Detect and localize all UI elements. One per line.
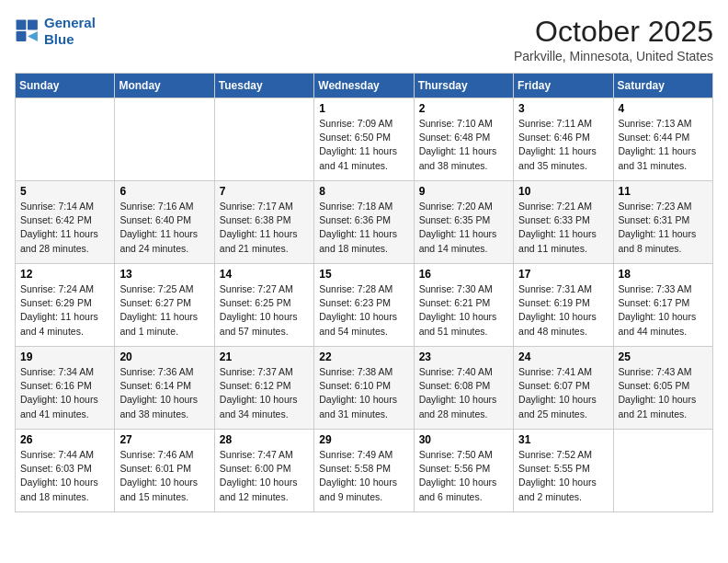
logo-line2: Blue	[44, 31, 74, 47]
calendar-cell: 23Sunrise: 7:40 AM Sunset: 6:08 PM Dayli…	[414, 347, 513, 430]
calendar-cell: 2Sunrise: 7:10 AM Sunset: 6:48 PM Daylig…	[414, 98, 513, 181]
day-info: Sunrise: 7:10 AM Sunset: 6:48 PM Dayligh…	[419, 117, 508, 173]
calendar-cell: 31Sunrise: 7:52 AM Sunset: 5:55 PM Dayli…	[514, 430, 613, 512]
day-info: Sunrise: 7:23 AM Sunset: 6:31 PM Dayligh…	[619, 200, 708, 256]
day-number: 24	[518, 350, 608, 363]
day-number: 16	[419, 268, 508, 281]
day-number: 7	[220, 185, 309, 198]
calendar-cell: 30Sunrise: 7:50 AM Sunset: 5:56 PM Dayli…	[414, 430, 513, 512]
title-area: October 2025 Parkville, Minnesota, Unite…	[514, 15, 713, 63]
logo: General Blue	[15, 15, 96, 48]
day-number: 2	[419, 102, 508, 115]
calendar-table: SundayMondayTuesdayWednesdayThursdayFrid…	[15, 73, 713, 512]
svg-rect-0	[17, 20, 27, 30]
calendar-cell: 17Sunrise: 7:31 AM Sunset: 6:19 PM Dayli…	[514, 264, 613, 347]
day-number: 1	[319, 102, 408, 115]
day-number: 31	[518, 433, 608, 446]
calendar-cell: 13Sunrise: 7:25 AM Sunset: 6:27 PM Dayli…	[115, 264, 214, 347]
day-number: 29	[319, 433, 408, 446]
day-info: Sunrise: 7:47 AM Sunset: 6:00 PM Dayligh…	[220, 448, 309, 504]
calendar-cell: 24Sunrise: 7:41 AM Sunset: 6:07 PM Dayli…	[514, 347, 613, 430]
day-info: Sunrise: 7:37 AM Sunset: 6:12 PM Dayligh…	[220, 365, 309, 421]
day-info: Sunrise: 7:44 AM Sunset: 6:03 PM Dayligh…	[20, 448, 109, 504]
col-header-friday: Friday	[514, 74, 613, 98]
day-info: Sunrise: 7:31 AM Sunset: 6:19 PM Dayligh…	[518, 282, 608, 339]
col-header-monday: Monday	[115, 74, 214, 98]
day-info: Sunrise: 7:30 AM Sunset: 6:21 PM Dayligh…	[419, 282, 508, 339]
calendar-cell: 12Sunrise: 7:24 AM Sunset: 6:29 PM Dayli…	[16, 264, 115, 347]
day-info: Sunrise: 7:27 AM Sunset: 6:25 PM Dayligh…	[220, 282, 309, 339]
day-number: 10	[518, 185, 608, 198]
day-info: Sunrise: 7:40 AM Sunset: 6:08 PM Dayligh…	[419, 365, 508, 421]
calendar-cell: 7Sunrise: 7:17 AM Sunset: 6:38 PM Daylig…	[214, 181, 313, 264]
day-number: 22	[319, 350, 408, 363]
day-info: Sunrise: 7:13 AM Sunset: 6:44 PM Dayligh…	[619, 117, 708, 173]
svg-marker-3	[28, 31, 38, 41]
calendar-cell: 20Sunrise: 7:36 AM Sunset: 6:14 PM Dayli…	[115, 347, 214, 430]
logo-line1: General	[44, 15, 96, 30]
day-info: Sunrise: 7:43 AM Sunset: 6:05 PM Dayligh…	[619, 365, 708, 421]
day-info: Sunrise: 7:28 AM Sunset: 6:23 PM Dayligh…	[319, 282, 408, 339]
col-header-tuesday: Tuesday	[214, 74, 313, 98]
calendar-cell: 3Sunrise: 7:11 AM Sunset: 6:46 PM Daylig…	[514, 98, 613, 181]
day-number: 8	[319, 185, 408, 198]
day-number: 23	[419, 350, 508, 363]
col-header-saturday: Saturday	[613, 74, 712, 98]
svg-rect-1	[28, 20, 38, 30]
calendar-cell: 4Sunrise: 7:13 AM Sunset: 6:44 PM Daylig…	[613, 98, 712, 181]
col-header-wednesday: Wednesday	[314, 74, 414, 98]
day-number: 9	[419, 185, 508, 198]
day-info: Sunrise: 7:17 AM Sunset: 6:38 PM Dayligh…	[220, 200, 309, 256]
day-info: Sunrise: 7:46 AM Sunset: 6:01 PM Dayligh…	[119, 448, 209, 504]
day-number: 21	[220, 350, 309, 363]
day-info: Sunrise: 7:41 AM Sunset: 6:07 PM Dayligh…	[518, 365, 608, 421]
day-number: 14	[220, 268, 309, 281]
calendar-cell: 10Sunrise: 7:21 AM Sunset: 6:33 PM Dayli…	[514, 181, 613, 264]
day-info: Sunrise: 7:24 AM Sunset: 6:29 PM Dayligh…	[20, 282, 109, 339]
day-number: 25	[619, 350, 708, 363]
day-info: Sunrise: 7:16 AM Sunset: 6:40 PM Dayligh…	[119, 200, 209, 256]
day-info: Sunrise: 7:21 AM Sunset: 6:33 PM Dayligh…	[518, 200, 608, 256]
month-title: October 2025	[514, 15, 713, 49]
col-header-thursday: Thursday	[414, 74, 513, 98]
calendar-cell: 18Sunrise: 7:33 AM Sunset: 6:17 PM Dayli…	[613, 264, 712, 347]
day-info: Sunrise: 7:33 AM Sunset: 6:17 PM Dayligh…	[619, 282, 708, 339]
day-number: 28	[220, 433, 309, 446]
day-number: 6	[119, 185, 209, 198]
calendar-cell: 9Sunrise: 7:20 AM Sunset: 6:35 PM Daylig…	[414, 181, 513, 264]
day-number: 15	[319, 268, 408, 281]
calendar-cell: 28Sunrise: 7:47 AM Sunset: 6:00 PM Dayli…	[214, 430, 313, 512]
day-number: 19	[20, 350, 109, 363]
day-number: 13	[119, 268, 209, 281]
week-row-5: 26Sunrise: 7:44 AM Sunset: 6:03 PM Dayli…	[16, 430, 713, 512]
day-number: 18	[619, 268, 708, 281]
calendar-cell	[613, 430, 712, 512]
svg-rect-2	[17, 31, 27, 41]
day-info: Sunrise: 7:52 AM Sunset: 5:55 PM Dayligh…	[518, 448, 608, 504]
header: General Blue October 2025 Parkville, Min…	[15, 15, 713, 63]
week-row-3: 12Sunrise: 7:24 AM Sunset: 6:29 PM Dayli…	[16, 264, 713, 347]
day-number: 3	[518, 102, 608, 115]
calendar-cell: 22Sunrise: 7:38 AM Sunset: 6:10 PM Dayli…	[314, 347, 414, 430]
calendar-cell: 25Sunrise: 7:43 AM Sunset: 6:05 PM Dayli…	[613, 347, 712, 430]
day-number: 20	[119, 350, 209, 363]
location: Parkville, Minnesota, United States	[514, 49, 713, 63]
logo-text: General Blue	[44, 15, 96, 48]
day-info: Sunrise: 7:11 AM Sunset: 6:46 PM Dayligh…	[518, 117, 608, 173]
calendar-cell: 14Sunrise: 7:27 AM Sunset: 6:25 PM Dayli…	[214, 264, 313, 347]
day-info: Sunrise: 7:50 AM Sunset: 5:56 PM Dayligh…	[419, 448, 508, 504]
day-info: Sunrise: 7:14 AM Sunset: 6:42 PM Dayligh…	[20, 200, 109, 256]
calendar-cell: 1Sunrise: 7:09 AM Sunset: 6:50 PM Daylig…	[314, 98, 414, 181]
day-info: Sunrise: 7:34 AM Sunset: 6:16 PM Dayligh…	[20, 365, 109, 421]
calendar-cell: 16Sunrise: 7:30 AM Sunset: 6:21 PM Dayli…	[414, 264, 513, 347]
day-number: 27	[119, 433, 209, 446]
week-row-1: 1Sunrise: 7:09 AM Sunset: 6:50 PM Daylig…	[16, 98, 713, 181]
day-number: 11	[619, 185, 708, 198]
col-header-sunday: Sunday	[16, 74, 115, 98]
calendar-cell	[16, 98, 115, 181]
calendar-cell: 11Sunrise: 7:23 AM Sunset: 6:31 PM Dayli…	[613, 181, 712, 264]
logo-icon	[15, 18, 40, 44]
calendar-cell: 15Sunrise: 7:28 AM Sunset: 6:23 PM Dayli…	[314, 264, 414, 347]
calendar-cell: 21Sunrise: 7:37 AM Sunset: 6:12 PM Dayli…	[214, 347, 313, 430]
calendar-cell: 8Sunrise: 7:18 AM Sunset: 6:36 PM Daylig…	[314, 181, 414, 264]
